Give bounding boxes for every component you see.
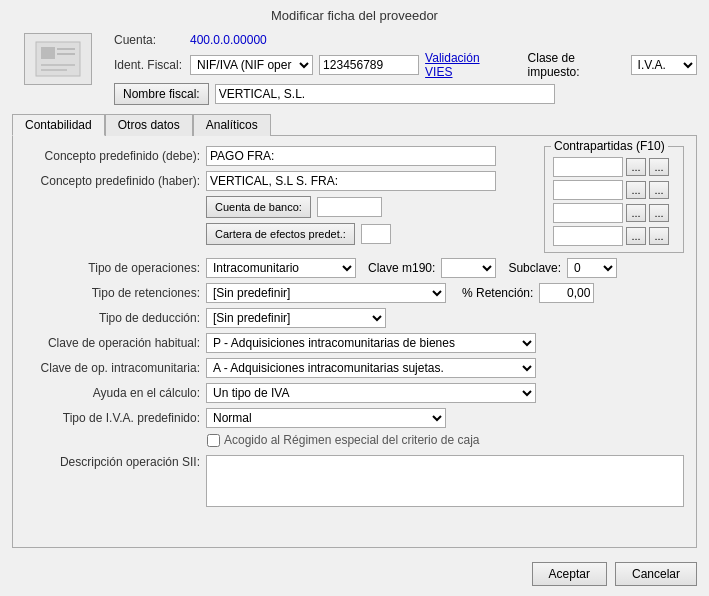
nif-input[interactable] [319,55,419,75]
contrapartida-input-1[interactable] [553,157,623,177]
clave-m190-select[interactable] [441,258,496,278]
tipo-retenciones-label: Tipo de retenciones: [25,286,200,300]
concepto-debe-input[interactable] [206,146,496,166]
concepto-haber-label: Concepto predefinido (haber): [25,174,200,188]
cancelar-button[interactable]: Cancelar [615,562,697,586]
contrapartida-ellipsis-2b[interactable]: ... [649,181,669,199]
tipo-iva-select[interactable]: Normal [206,408,446,428]
contrapartida-input-4[interactable] [553,226,623,246]
tipo-deduccion-select[interactable]: [Sin predefinir] [206,308,386,328]
clave-intracomunitaria-select[interactable]: A - Adquisiciones intracomunitarias suje… [206,358,536,378]
tipo-retenciones-select[interactable]: [Sin predefinir] [206,283,446,303]
acogido-checkbox[interactable] [207,434,220,447]
descripcion-label: Descripción operación SII: [25,455,200,469]
contrapartida-ellipsis-3[interactable]: ... [626,204,646,222]
svg-rect-1 [41,47,55,59]
tab-analiticos[interactable]: Analíticos [193,114,271,136]
tipo-operaciones-select[interactable]: Intracomunitario [206,258,356,278]
clave-operacion-label: Clave de operación habitual: [25,336,200,350]
logo-placeholder [24,33,92,85]
pct-retencion-label: % Retención: [462,286,533,300]
contrapartida-ellipsis-1[interactable]: ... [626,158,646,176]
ayuda-calculo-select[interactable]: Un tipo de IVA [206,383,536,403]
validacion-vies-link[interactable]: Validación VIES [425,51,505,79]
nombre-fiscal-input[interactable] [215,84,555,104]
tab-content-contabilidad: Concepto predefinido (debe): Concepto pr… [12,135,697,548]
cuenta-banco-input[interactable] [317,197,382,217]
tipo-iva-label: Tipo de I.V.A. predefinido: [25,411,200,425]
contrapartidas-title: Contrapartidas (F10) [551,139,668,153]
aceptar-button[interactable]: Aceptar [532,562,607,586]
descripcion-textarea[interactable] [206,455,684,507]
cartera-input[interactable] [361,224,391,244]
ident-fiscal-label: Ident. Fiscal: [114,58,184,72]
ayuda-calculo-label: Ayuda en el cálculo: [25,386,200,400]
contrapartidas-group: Contrapartidas (F10) ... ... ... ... [544,146,684,253]
contrapartida-ellipsis-1b[interactable]: ... [649,158,669,176]
contrapartida-input-2[interactable] [553,180,623,200]
contrapartida-ellipsis-3b[interactable]: ... [649,204,669,222]
dialog-title: Modificar ficha del proveedor [271,8,438,23]
clave-m190-label: Clave m190: [368,261,435,275]
acogido-label: Acogido al Régimen especial del criterio… [224,433,479,447]
concepto-haber-input[interactable] [206,171,496,191]
nif-type-select[interactable]: NIF/IVA (NIF oper [190,55,313,75]
contrapartida-ellipsis-4b[interactable]: ... [649,227,669,245]
tipo-deduccion-label: Tipo de deducción: [25,311,200,325]
clase-impuesto-select[interactable]: I.V.A. [631,55,697,75]
nombre-fiscal-button[interactable]: Nombre fiscal: [114,83,209,105]
pct-retencion-input[interactable] [539,283,594,303]
tipo-operaciones-label: Tipo de operaciones: [25,261,200,275]
contrapartida-ellipsis-2[interactable]: ... [626,181,646,199]
tab-otros-datos[interactable]: Otros datos [105,114,193,136]
cuenta-label: Cuenta: [114,33,184,47]
contrapartida-ellipsis-4[interactable]: ... [626,227,646,245]
concepto-debe-label: Concepto predefinido (debe): [25,149,200,163]
cuenta-banco-button[interactable]: Cuenta de banco: [206,196,311,218]
contrapartida-input-3[interactable] [553,203,623,223]
subclave-select[interactable]: 0 [567,258,617,278]
clave-operacion-select[interactable]: P - Adquisiciones intracomunitarias de b… [206,333,536,353]
subclave-label: Subclave: [508,261,561,275]
cuenta-value: 400.0.0.00000 [190,33,267,47]
clave-intracomunitaria-label: Clave de op. intracomunitaria: [25,361,200,375]
tab-contabilidad[interactable]: Contabilidad [12,114,105,136]
clase-impuesto-label: Clase de impuesto: [528,51,625,79]
cartera-button[interactable]: Cartera de efectos predet.: [206,223,355,245]
